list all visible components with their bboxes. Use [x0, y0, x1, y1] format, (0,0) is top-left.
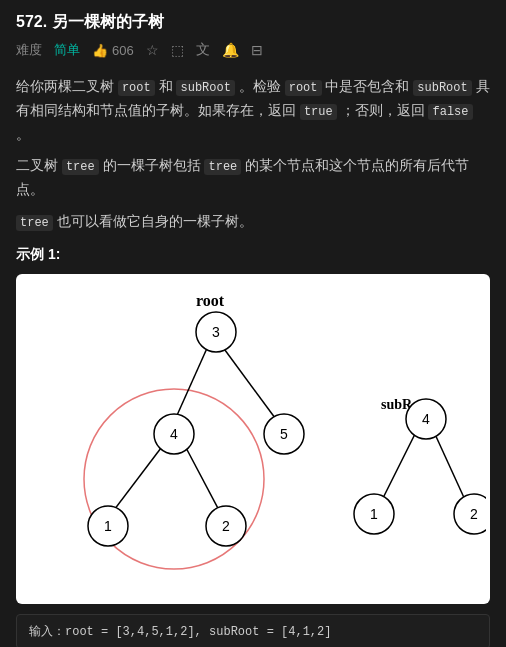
svg-text:2: 2 [470, 506, 478, 522]
page-title: 572. 另一棵树的子树 [16, 12, 490, 33]
description: 给你两棵二叉树 root 和 subRoot 。检验 root 中是否包含和 s… [16, 75, 490, 234]
desc-p3: tree 也可以看做它自身的一棵子树。 [16, 210, 490, 234]
svg-text:2: 2 [222, 518, 230, 534]
page-container: 572. 另一棵树的子树 难度 简单 👍 606 ☆ ⬚ 文 🔔 ⊟ 给你两棵二… [0, 0, 506, 647]
svg-line-6 [184, 444, 221, 514]
svg-text:4: 4 [422, 411, 430, 427]
difficulty-label: 难度 [16, 41, 42, 59]
bookmark-icon[interactable]: ⊟ [251, 42, 263, 58]
diagram-container: root subRoot 3 4 5 1 [16, 274, 490, 604]
likes-section[interactable]: 👍 606 [92, 43, 134, 58]
translate-icon[interactable]: 文 [196, 41, 210, 59]
svg-line-5 [111, 444, 164, 514]
svg-line-3 [174, 346, 208, 422]
export-icon[interactable]: ⬚ [171, 42, 184, 58]
svg-line-17 [381, 432, 416, 502]
svg-line-18 [434, 432, 466, 502]
svg-text:5: 5 [280, 426, 288, 442]
svg-text:4: 4 [170, 426, 178, 442]
input-line: 输入：root = [3,4,5,1,2], subRoot = [4,1,2] [16, 614, 490, 647]
svg-line-4 [222, 346, 278, 422]
svg-text:1: 1 [104, 518, 112, 534]
svg-text:1: 1 [370, 506, 378, 522]
star-icon[interactable]: ☆ [146, 42, 159, 58]
tree-diagram: root subRoot 3 4 5 1 [26, 284, 486, 594]
difficulty-badge[interactable]: 简单 [54, 41, 80, 59]
thumbup-icon: 👍 [92, 43, 108, 58]
svg-text:3: 3 [212, 324, 220, 340]
likes-count: 606 [112, 43, 134, 58]
desc-p1: 给你两棵二叉树 root 和 subRoot 。检验 root 中是否包含和 s… [16, 75, 490, 146]
bell-icon[interactable]: 🔔 [222, 42, 239, 58]
example-label: 示例 1: [16, 246, 490, 264]
desc-p2: 二叉树 tree 的一棵子树包括 tree 的某个节点和这个节点的所有后代节点。 [16, 154, 490, 202]
svg-text:root: root [196, 292, 225, 309]
input-text: 输入：root = [3,4,5,1,2], subRoot = [4,1,2] [29, 625, 331, 639]
meta-row: 难度 简单 👍 606 ☆ ⬚ 文 🔔 ⊟ [16, 41, 490, 59]
